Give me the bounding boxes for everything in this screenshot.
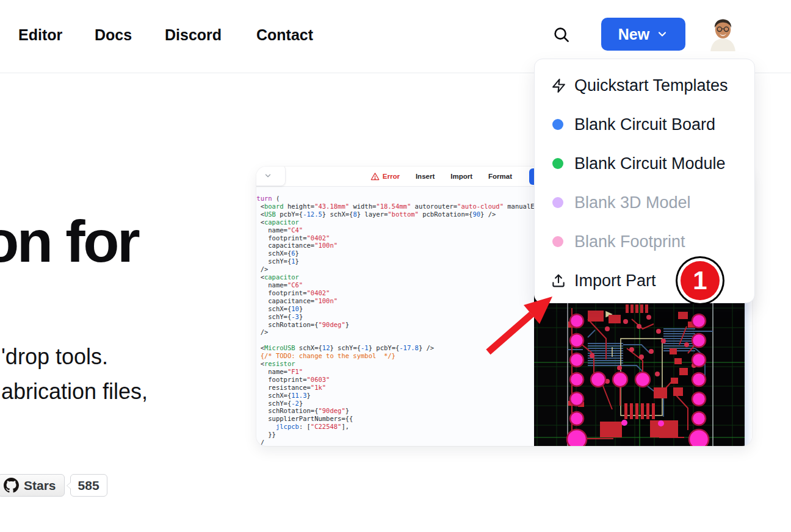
hero-body-text: 'drop tools. abrication files,: [1, 339, 148, 409]
upload-icon: [550, 272, 567, 289]
hero-body-line-2: abrication files,: [1, 374, 148, 409]
code-line: name="C4": [256, 226, 534, 234]
menu-item-label: Import Part: [574, 271, 656, 290]
code-line: schRotation={"90deg"}: [256, 407, 534, 415]
code-line: [256, 336, 534, 344]
code-line: <USB pcbY={-12.5} schX={8} layer="bottom…: [256, 210, 534, 218]
menu-item-label: Blank Footprint: [574, 232, 685, 251]
code-line: resistance="1k": [256, 384, 534, 392]
code-line: schX={6}: [256, 250, 534, 257]
toolbar-import: Import: [450, 173, 472, 180]
nav-link-editor[interactable]: Editor: [18, 26, 62, 44]
code-line: /: [256, 439, 534, 446]
code-line: supplierPartNumbers={{: [256, 415, 534, 423]
code-line: <capacitor: [256, 218, 534, 226]
code-line: schX={11.3}: [256, 392, 534, 400]
purple-dot-icon: [552, 197, 563, 208]
menu-item-label: Blank Circuit Module: [574, 154, 726, 173]
user-avatar[interactable]: [706, 18, 740, 52]
code-line: footprint="0402": [256, 234, 534, 242]
code-line: schY={-2}: [256, 400, 534, 408]
code-line: eturn (: [256, 195, 534, 203]
code-line: footprint="0603": [256, 376, 534, 384]
code-line: {/* TODO: change to the symbol */}: [256, 352, 534, 360]
hero-body-line-1: 'drop tools.: [1, 339, 148, 374]
code-line: />: [256, 265, 534, 273]
nav-link-discord[interactable]: Discord: [165, 26, 222, 44]
toolbar-error: Error: [370, 172, 400, 181]
code-line: schX={10}: [256, 305, 534, 313]
new-button[interactable]: New: [601, 18, 685, 51]
menu-item-blank-circuit-module[interactable]: Blank Circuit Module: [535, 144, 754, 183]
code-line: footprint="0402": [256, 289, 534, 297]
code-line: <board height="43.18mm" width="18.54mm" …: [256, 203, 534, 210]
code-line: schRotation={"90deg"}: [256, 321, 534, 329]
pink-dot-icon: [552, 236, 563, 247]
github-octocat-icon: [4, 478, 19, 493]
code-line: jlcpcb: ["C22548"],: [256, 423, 534, 431]
code-line: <capacitor: [256, 273, 534, 281]
run-button-sliver: [529, 168, 534, 185]
menu-item-label: Quickstart Templates: [574, 76, 728, 95]
menu-item-label: Blank Circuit Board: [574, 115, 715, 134]
toolbar-insert: Insert: [416, 173, 435, 180]
editor-file-chip: [256, 167, 286, 186]
nav-link-docs[interactable]: Docs: [95, 26, 132, 44]
code-line: }}: [256, 431, 534, 439]
menu-item-label: Blank 3D Model: [574, 193, 691, 212]
code-line: <MicroUSB schX={12} schY={-1} pcbY={-17.…: [256, 344, 534, 352]
green-dot-icon: [552, 158, 563, 169]
github-stars-label: Stars: [24, 478, 56, 493]
new-dropdown-menu: Quickstart Templates Blank Circuit Board…: [534, 59, 755, 303]
code-line: name="F1": [256, 368, 534, 376]
github-stars-widget: Stars 585: [0, 474, 107, 497]
page: Editor Docs Discord Contact New: [0, 0, 791, 532]
menu-item-quickstart-templates[interactable]: Quickstart Templates: [535, 66, 754, 105]
search-icon[interactable]: [552, 26, 571, 44]
editor-toolbar: Error Insert Import Format: [256, 167, 534, 187]
zap-icon: [550, 77, 567, 94]
github-stars-button[interactable]: Stars: [0, 474, 65, 497]
menu-item-blank-3d-model[interactable]: Blank 3D Model: [535, 183, 754, 222]
github-star-count[interactable]: 585: [70, 474, 107, 497]
menu-item-blank-circuit-board[interactable]: Blank Circuit Board: [535, 105, 754, 144]
hero-heading-fragment: on for: [0, 207, 138, 276]
chevron-down-icon: [656, 28, 668, 40]
code-line: capacitance="100n": [256, 297, 534, 305]
code-line: capacitance="100n": [256, 242, 534, 250]
step-1-badge-annotation: 1: [676, 256, 724, 305]
new-button-label: New: [618, 26, 649, 43]
code-line: <resistor: [256, 360, 534, 368]
code-line: name="C6": [256, 281, 534, 289]
step-1-badge-number: 1: [681, 261, 720, 300]
toolbar-format: Format: [488, 173, 512, 180]
warning-triangle-icon: [370, 172, 380, 181]
blue-dot-icon: [552, 119, 563, 130]
chevron-down-icon: [264, 171, 272, 180]
code-line: />: [256, 328, 534, 336]
code-line: schY={-3}: [256, 313, 534, 321]
code-line: schY={1}: [256, 257, 534, 265]
menu-item-blank-footprint[interactable]: Blank Footprint: [535, 222, 754, 261]
nav-link-contact[interactable]: Contact: [256, 26, 313, 44]
code-editor-pane: eturn ( <board height="43.18mm" width="1…: [256, 187, 534, 446]
